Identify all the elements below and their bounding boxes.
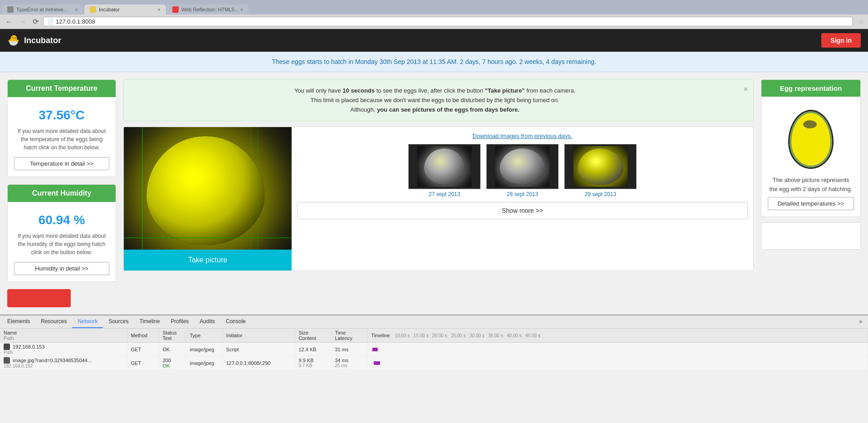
left-panel: Current Temperature 37.56°C If you want … (7, 79, 116, 307)
humidity-detail-button[interactable]: Humidity in detail >> (14, 262, 109, 275)
alert-line2: This limit is placed because we don't wa… (130, 96, 740, 105)
network-table: NamePath Method StatusText Type Initiato… (0, 329, 868, 370)
col-header-initiator: Initiator (222, 329, 295, 343)
tab-close-2[interactable]: × (158, 7, 161, 12)
hatch-banner: These eggs starts to hatch in Monday 30t… (0, 52, 868, 72)
alert-box: × You will only have 10 seconds to see t… (123, 79, 754, 121)
thumbnail-image-1 (408, 144, 481, 189)
egg-representation-header: Egg representation (761, 80, 860, 97)
col-header-time: TimeLatency (331, 329, 367, 343)
tab-favicon-3 (172, 6, 179, 13)
alert-line3: Although, you can see pictures of the eg… (130, 105, 740, 115)
browser-tab-3[interactable]: Web Reflection: HTML5... × (167, 5, 249, 15)
temperature-card-body: 37.56°C If you want more detailed data a… (8, 97, 116, 177)
tab-title-2: Incubator (99, 7, 120, 12)
thumbnail-image-3 (564, 144, 637, 189)
row2-timeline (367, 356, 868, 370)
tab-title-3: Web Reflection: HTML5... (181, 7, 239, 12)
devtools-tab-audits[interactable]: Audits (194, 315, 220, 328)
tab-title-1: TypeError at /retrieve... (16, 7, 67, 12)
app-header: 🐣 Incubator Sign in (0, 29, 868, 52)
browser-tab-1[interactable]: TypeError at /retrieve... × (2, 5, 83, 15)
browser-toolbar: ← → ⟳ 📄 127.0.0.1:8008 ☆ (0, 15, 868, 29)
tab-close-1[interactable]: × (75, 7, 78, 12)
forward-button[interactable]: → (17, 17, 28, 27)
egg-representation-visual (784, 108, 838, 171)
row2-size: 9.9 KB 9.7 KB (295, 356, 331, 370)
thumbnail-image-2 (486, 144, 559, 189)
col-header-name: NamePath (0, 329, 127, 343)
row1-favicon (4, 344, 10, 350)
devtools-tab-profiles[interactable]: Profiles (165, 315, 194, 328)
row2-timeline-bar (374, 361, 380, 365)
row1-initiator: Script (222, 343, 295, 356)
humidity-description: If you want more detailed data about the… (14, 232, 109, 256)
address-text: 127.0.0.1:8008 (56, 18, 95, 25)
humidity-card: Current Humidity 60.94 % If you want mor… (7, 184, 116, 282)
row1-name: 192.168.0.153 Path (0, 343, 127, 356)
reload-button[interactable]: ⟳ (31, 16, 40, 27)
egg-representation-card: Egg representation The above picture rep… (761, 79, 861, 217)
tab-close-3[interactable]: × (240, 7, 243, 12)
tab-favicon-1 (7, 6, 14, 13)
row1-status: OK (159, 343, 186, 356)
humidity-card-body: 60.94 % If you want more detailed data a… (8, 202, 116, 281)
alert-close-button[interactable]: × (744, 84, 748, 95)
col-header-timeline: Timeline 10.00 s 15.00 s 20.00 s 25.00 s… (367, 329, 868, 343)
camera-main: Take picture Download images from previo… (124, 127, 753, 271)
col-header-status: StatusText (159, 329, 186, 343)
col-header-method: Method (127, 329, 159, 343)
back-button[interactable]: ← (4, 17, 15, 27)
devtools-tab-sources[interactable]: Sources (103, 315, 134, 328)
temperature-value: 37.56°C (14, 108, 109, 123)
thumbnail-item-2: 28 sept 2013 (486, 144, 559, 197)
address-bar[interactable]: 📄 127.0.0.1:8008 (43, 17, 853, 26)
temperature-card-header: Current Temperature (8, 80, 116, 97)
download-images-link[interactable]: Download images from previous days. (297, 133, 748, 139)
devtools-tab-console[interactable]: Console (220, 315, 251, 328)
row1-method: GET (127, 343, 159, 356)
bookmark-star[interactable]: ☆ (858, 17, 864, 26)
devtools-tab-timeline[interactable]: Timeline (134, 315, 165, 328)
network-table-header: NamePath Method StatusText Type Initiato… (0, 329, 868, 343)
row2-favicon (4, 357, 10, 364)
sign-in-button[interactable]: Sign in (821, 33, 861, 48)
row1-type: image/jpeg (186, 343, 222, 356)
temperature-detail-button[interactable]: Temperature in detail >> (14, 157, 109, 170)
alert-line3-bold: you can see pictures of the eggs from da… (377, 106, 519, 113)
hatch-banner-text: These eggs starts to hatch in Monday 30t… (272, 58, 596, 65)
humidity-value: 60.94 % (14, 213, 109, 227)
tab-favicon-2 (90, 6, 96, 13)
devtools-tab-network[interactable]: Network (72, 315, 103, 328)
row2-name: image.jpg?rand=0.329348535044... 192.168… (0, 356, 127, 370)
devtools-panel: Elements Resources Network Sources Timel… (0, 315, 868, 370)
egg-representation-body: The above picture represents the egg wit… (761, 97, 860, 216)
egg-oval-border (790, 111, 832, 167)
alert-line1-end: from each camera. (525, 87, 575, 94)
alert-line1-prefix: You will only have (294, 87, 342, 94)
app-logo-icon: 🐣 (7, 34, 20, 46)
camera-main-image-container: Take picture (124, 127, 292, 271)
header-right: Sign in (821, 33, 861, 48)
row2-initiator[interactable]: 127.0.0.1:8008/:290 (222, 356, 295, 370)
detailed-temperatures-button[interactable]: Detailed temperatures >> (768, 197, 854, 210)
browser-tab-bar: TypeError at /retrieve... × Incubator × … (0, 0, 868, 15)
network-row-2[interactable]: image.jpg?rand=0.329348535044... 192.168… (0, 356, 868, 370)
row1-timeline-bar (372, 348, 378, 351)
network-row-1[interactable]: 192.168.0.153 Path GET OK image/jpeg Scr… (0, 343, 868, 356)
col-header-size: SizeContent (295, 329, 331, 343)
camera-box: Take picture Download images from previo… (123, 127, 754, 271)
devtools-tab-resources[interactable]: Resources (35, 315, 72, 328)
thumbnail-item-3: 29 sept 2013 (564, 144, 637, 197)
row2-method: GET (127, 356, 159, 370)
devtools-tab-elements[interactable]: Elements (2, 315, 35, 328)
devtools-close-button[interactable]: × (855, 316, 866, 327)
devtools-content: NamePath Method StatusText Type Initiato… (0, 329, 868, 370)
camera-thumbnails: Download images from previous days. 27 s… (292, 127, 753, 271)
take-picture-button[interactable]: Take picture (124, 250, 292, 271)
show-more-button[interactable]: Show more >> (297, 202, 748, 219)
red-action-button[interactable] (7, 289, 71, 307)
browser-tab-2[interactable]: Incubator × (84, 5, 166, 15)
row1-size: 12.4 KB (295, 343, 331, 356)
humidity-card-header: Current Humidity (8, 185, 116, 202)
